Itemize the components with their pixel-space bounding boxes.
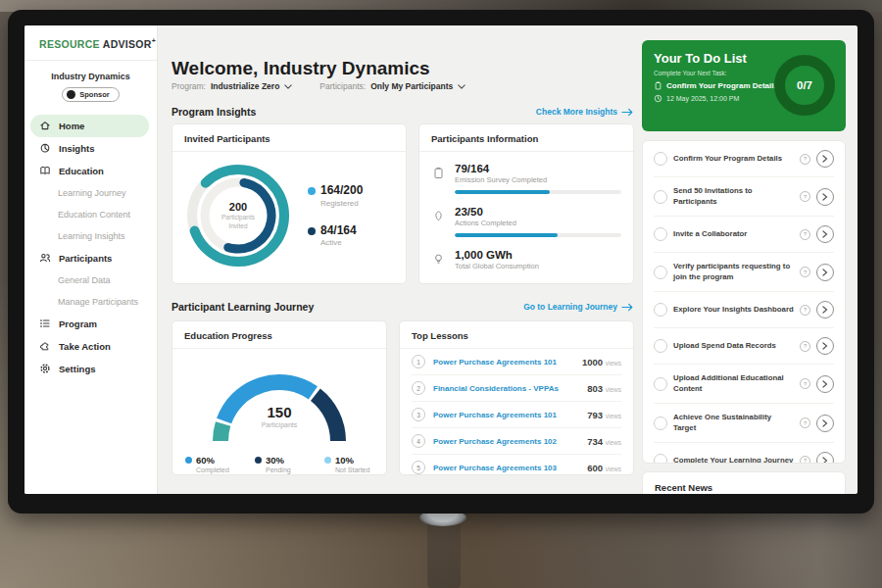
lesson-row[interactable]: 5 Power Purchase Agreements 103 600 view…	[412, 455, 621, 480]
education-progress-body: 150 Participants 60% Completed	[172, 349, 386, 473]
task-row[interactable]: Achieve One Sustainability Target ?	[654, 403, 834, 442]
sidebar-item-insights[interactable]: Insights	[24, 137, 157, 160]
participants-filter[interactable]: Participants: Only My Participants	[319, 81, 466, 91]
task-row[interactable]: Send 50 Invitations to Participants ?	[654, 176, 834, 216]
sidebar-item-manage-participants[interactable]: Manage Participants	[24, 291, 157, 313]
stat-label: Emission Survey Completed	[455, 175, 621, 184]
task-checkbox[interactable]	[654, 266, 667, 279]
task-checkbox[interactable]	[654, 152, 667, 166]
sponsor-badge[interactable]: Sponsor	[62, 87, 119, 102]
help-icon[interactable]: ?	[800, 341, 810, 352]
legend-label: Registered	[320, 199, 363, 208]
task-checkbox[interactable]	[654, 303, 667, 317]
lesson-link[interactable]: Financial Considerations - VPPAs	[433, 384, 579, 393]
sidebar-item-learning-insights[interactable]: Learning Insights	[24, 225, 157, 247]
legend-item-not-started: 10% Not Started	[324, 455, 373, 473]
legend-item-pending: 30% Pending	[255, 455, 304, 473]
task-row[interactable]: Explore Your Insights Dashboard ?	[654, 291, 834, 327]
sidebar-item-label: Education Content	[58, 210, 130, 220]
leaf-icon	[432, 209, 445, 221]
task-checkbox[interactable]	[654, 416, 667, 430]
program-filter[interactable]: Program: Industrialize Zero	[172, 81, 292, 91]
lesson-row[interactable]: 4 Power Purchase Agreements 102 734 view…	[412, 428, 621, 455]
lesson-row[interactable]: 3 Power Purchase Agreements 101 793 view…	[412, 402, 621, 428]
progress-bar	[455, 190, 621, 194]
task-row[interactable]: Upload Additional Educational Content ?	[654, 364, 834, 403]
gauge-center-value: 150	[196, 404, 363, 420]
stat-actions-completed: 23/50 Actions Completed	[431, 206, 621, 237]
chevron-right-icon[interactable]	[816, 225, 834, 243]
list-icon	[39, 318, 52, 330]
task-checkbox[interactable]	[654, 227, 667, 241]
lesson-row[interactable]: 1 Power Purchase Agreements 101 1000 vie…	[412, 349, 621, 375]
chevron-right-icon[interactable]	[816, 301, 834, 318]
sidebar-item-learning-journey[interactable]: Learning Journey	[24, 182, 157, 204]
chevron-right-icon[interactable]	[816, 375, 834, 393]
task-label: Achieve One Sustainability Target	[673, 413, 794, 433]
rank-badge: 1	[412, 355, 425, 368]
sidebar-item-label: Program	[59, 318, 97, 329]
section-title: Program Insights	[172, 106, 256, 118]
sidebar-item-take-action[interactable]: Take Action	[24, 335, 157, 358]
sidebar-item-label: Manage Participants	[58, 297, 138, 307]
chevron-down-icon	[458, 84, 466, 89]
rank-badge: 5	[412, 461, 425, 474]
help-icon[interactable]: ?	[800, 229, 810, 240]
chevron-right-icon[interactable]	[816, 150, 834, 168]
participants-information-body: 79/164 Emission Survey Completed 23/50 A…	[419, 152, 633, 270]
lesson-link[interactable]: Power Purchase Agreements 102	[433, 437, 579, 446]
chevron-right-icon[interactable]	[816, 264, 834, 281]
task-checkbox[interactable]	[654, 454, 667, 464]
legend-value: 164/200	[320, 184, 363, 197]
sidebar-item-education-content[interactable]: Education Content	[24, 204, 157, 225]
sidebar-item-general-data[interactable]: General Data	[24, 270, 157, 291]
help-icon[interactable]: ?	[800, 305, 810, 316]
donut-center-label: 200 Participants Invited	[180, 158, 296, 273]
sidebar-item-program[interactable]: Program	[24, 313, 157, 335]
legend-value: 60%	[196, 455, 215, 466]
task-row[interactable]: Complete Your Learning Journey ?	[654, 442, 834, 464]
sidebar-item-settings[interactable]: Settings	[24, 358, 157, 380]
task-checkbox[interactable]	[654, 339, 667, 353]
lesson-link[interactable]: Power Purchase Agreements 101	[433, 358, 574, 367]
link-label: Go to Learning Journey	[523, 302, 617, 312]
legend-label: Not Started	[324, 466, 373, 473]
sidebar-nav: Home Insights Education Learning Journey…	[24, 115, 157, 380]
legend-dot	[308, 227, 316, 235]
legend-value: 30%	[266, 455, 284, 466]
program-insights-header: Program Insights Check More Insights	[172, 106, 634, 118]
lesson-row[interactable]: 2 Financial Considerations - VPPAs 803 v…	[412, 375, 621, 402]
task-row[interactable]: Invite a Collaborator ?	[654, 216, 834, 252]
chevron-right-icon[interactable]	[816, 188, 834, 206]
task-row[interactable]: Upload Spend Data Records ?	[654, 327, 834, 364]
chevron-right-icon[interactable]	[816, 415, 834, 432]
link-label: Check More Insights	[536, 107, 617, 117]
check-more-insights-link[interactable]: Check More Insights	[536, 107, 634, 117]
task-label: Send 50 Invitations to Participants	[673, 186, 794, 207]
sidebar-item-participants[interactable]: Participants	[24, 247, 157, 270]
program-filter-value: Industrialize Zero	[211, 81, 279, 91]
help-icon[interactable]: ?	[800, 154, 810, 165]
task-row[interactable]: Confirm Your Program Details ?	[654, 141, 834, 176]
sidebar-item-education[interactable]: Education	[24, 160, 157, 182]
task-row[interactable]: Verify participants requesting to join t…	[654, 252, 834, 291]
card-title: Top Lessons	[400, 321, 633, 349]
help-icon[interactable]: ?	[800, 417, 810, 428]
help-icon[interactable]: ?	[800, 267, 810, 277]
todo-task-list: Confirm Your Program Details ? Send 50 I…	[642, 140, 846, 464]
lesson-link[interactable]: Power Purchase Agreements 101	[433, 411, 579, 419]
chevron-right-icon[interactable]	[816, 337, 834, 355]
chevron-right-icon[interactable]	[816, 452, 834, 464]
task-checkbox[interactable]	[654, 190, 667, 204]
lesson-link[interactable]: Power Purchase Agreements 103	[433, 464, 579, 472]
sidebar-item-home[interactable]: Home	[30, 115, 149, 137]
sponsor-label: Sponsor	[79, 90, 109, 99]
go-to-learning-journey-link[interactable]: Go to Learning Journey	[523, 302, 634, 312]
help-icon[interactable]: ?	[800, 378, 810, 389]
legend-dot	[255, 457, 262, 464]
help-icon[interactable]: ?	[800, 191, 810, 202]
views-label: views	[606, 386, 621, 393]
gear-icon	[39, 363, 52, 375]
task-checkbox[interactable]	[654, 377, 667, 391]
help-icon[interactable]: ?	[800, 456, 810, 464]
